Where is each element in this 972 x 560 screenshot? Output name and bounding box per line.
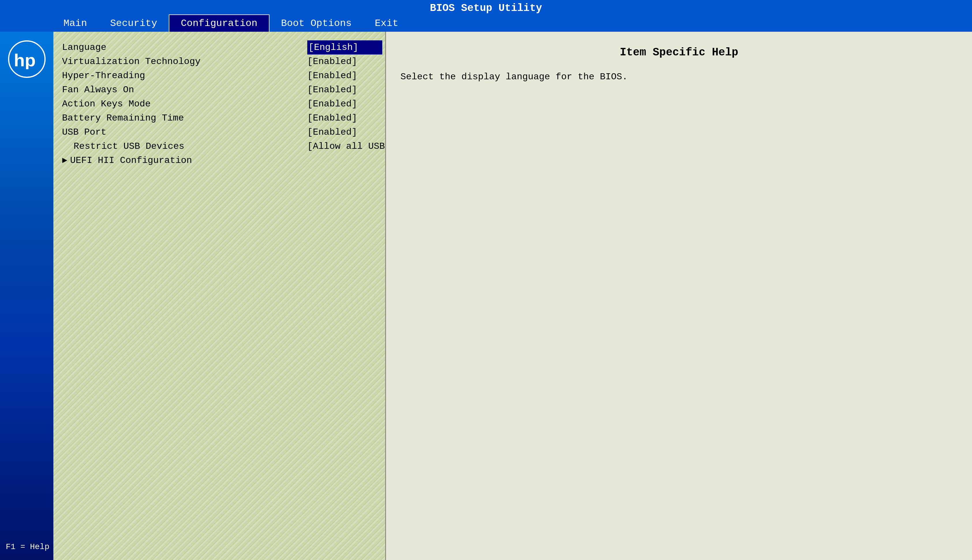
config-item-fan-always-on[interactable]: Fan Always On	[62, 83, 299, 97]
battery-remaining-label: Battery Remaining Time	[62, 113, 184, 123]
hyper-threading-value[interactable]: [Enabled]	[307, 68, 382, 83]
hyper-threading-label: Hyper-Threading	[62, 70, 145, 81]
virtualization-label: Virtualization Technology	[62, 56, 200, 67]
config-item-uefi-hii[interactable]: ► UEFI HII Configuration	[62, 153, 299, 168]
config-item-battery-remaining[interactable]: Battery Remaining Time	[62, 111, 299, 125]
menu-item-exit[interactable]: Exit	[363, 15, 410, 32]
help-panel-title: Item Specific Help	[401, 46, 958, 58]
main-area: hp F1 = Help Language Virtualization Tec…	[0, 32, 972, 560]
uefi-hii-label: UEFI HII Configuration	[70, 155, 192, 166]
help-panel: Item Specific Help Select the display la…	[386, 32, 972, 560]
menu-item-boot-options[interactable]: Boot Options	[269, 15, 363, 32]
config-item-action-keys-mode[interactable]: Action Keys Mode	[62, 97, 299, 111]
menu-item-security[interactable]: Security	[99, 15, 169, 32]
restrict-usb-value[interactable]: [Allow all USB devices]	[307, 139, 382, 153]
usb-port-value[interactable]: [Enabled]	[307, 125, 382, 139]
config-item-restrict-usb[interactable]: Restrict USB Devices	[62, 139, 299, 153]
config-item-usb-port[interactable]: USB Port	[62, 125, 299, 139]
usb-port-label: USB Port	[62, 127, 107, 138]
language-value[interactable]: [English]	[307, 40, 382, 55]
config-item-virtualization[interactable]: Virtualization Technology	[62, 55, 299, 68]
fan-value[interactable]: [Enabled]	[307, 83, 382, 97]
content-area: Language Virtualization Technology Hyper…	[53, 32, 972, 560]
svg-text:hp: hp	[14, 50, 36, 69]
language-label: Language	[62, 42, 107, 53]
values-panel: [English] [Enabled] [Enabled] [Enabled] …	[304, 32, 385, 560]
virtualization-value[interactable]: [Enabled]	[307, 55, 382, 68]
action-keys-value[interactable]: [Enabled]	[307, 97, 382, 111]
sidebar: hp F1 = Help	[0, 32, 53, 560]
battery-value[interactable]: [Enabled]	[307, 111, 382, 125]
hp-logo: hp	[8, 40, 45, 78]
menu-bar: BIOS Setup Utility Main Security Configu…	[0, 0, 972, 32]
uefi-hii-arrow-icon: ►	[62, 156, 67, 165]
menu-items: Main Security Configuration Boot Options…	[52, 14, 410, 32]
help-key-label: F1 = Help	[6, 542, 49, 552]
action-keys-mode-label: Action Keys Mode	[62, 98, 150, 109]
config-item-hyper-threading[interactable]: Hyper-Threading	[62, 68, 299, 83]
bios-title: BIOS Setup Utility	[430, 2, 542, 14]
config-item-language[interactable]: Language	[62, 40, 299, 55]
config-panel: Language Virtualization Technology Hyper…	[53, 32, 304, 560]
fan-always-on-label: Fan Always On	[62, 85, 134, 95]
menu-item-configuration[interactable]: Configuration	[169, 14, 269, 32]
restrict-usb-label: Restrict USB Devices	[73, 141, 184, 152]
help-panel-content: Select the display language for the BIOS…	[401, 70, 958, 84]
menu-item-main[interactable]: Main	[52, 15, 99, 32]
